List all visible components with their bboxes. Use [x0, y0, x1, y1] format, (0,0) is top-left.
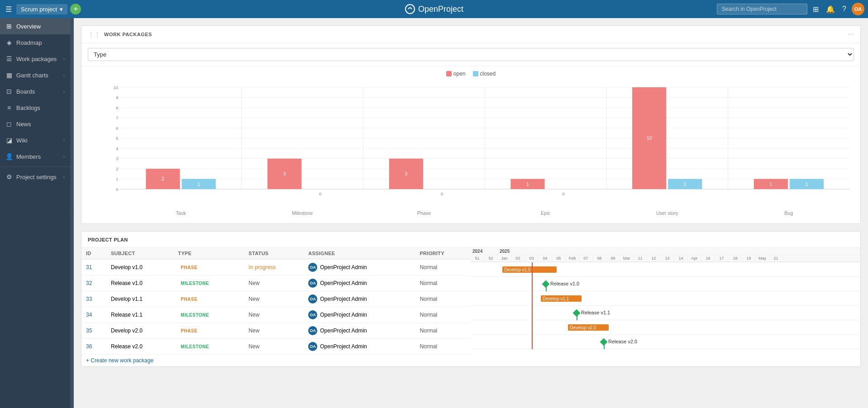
id-link[interactable]: 34 [86, 312, 92, 318]
sidebar-divider [0, 166, 70, 167]
row-type: MILESTONE [173, 339, 244, 355]
plan-table: ID SUBJECT TYPE STATUS ASSIGNEE PRIORITY… [81, 248, 471, 355]
sidebar-item-wiki[interactable]: ◪ Wiki › [0, 132, 70, 148]
sidebar-item-work-packages[interactable]: ☰ Work packages › [0, 51, 70, 67]
wiki-icon: ◪ [5, 137, 13, 144]
row-subject: Develop v1.0 [106, 259, 173, 275]
sidebar-label-gantt-charts: Gantt charts [16, 72, 48, 79]
type-badge: PHASE [178, 327, 200, 334]
top-nav-left: ☰ Scrum project ▾ + [4, 3, 81, 15]
main-layout: ⊞ Overview ◈ Roadmap ☰ Work packages › ▦… [0, 18, 868, 408]
row-subject: Release v1.1 [106, 307, 173, 323]
row-type: MILESTONE [173, 307, 244, 323]
user-avatar[interactable]: OA [852, 3, 864, 15]
bar-chart-area: 01234567891021Task30Milestone30Phase10Ep… [88, 81, 854, 217]
table-row: 35 Develop v2.0 PHASE New OA OpenProject… [81, 323, 471, 339]
app-name: OpenProject [418, 5, 463, 14]
id-link[interactable]: 31 [86, 264, 92, 270]
assignee-avatar: OA [308, 342, 317, 351]
priority-label: Normal [420, 312, 437, 318]
assignee-name: OpenProject Admin [320, 312, 367, 318]
status-badge: In progress [248, 264, 276, 270]
help-button[interactable]: ? [840, 3, 848, 15]
wiki-arrow-icon: › [63, 138, 65, 143]
global-search-input[interactable] [717, 4, 807, 14]
chart-type-select[interactable]: Type [88, 48, 854, 61]
work-packages-arrow-icon: › [63, 57, 65, 62]
svg-text:1: 1 [526, 181, 529, 187]
sidebar-label-work-packages: Work packages [16, 56, 57, 62]
plan-table-header-row: ID SUBJECT TYPE STATUS ASSIGNEE PRIORITY [81, 248, 471, 259]
plan-table-body: 31 Develop v1.0 PHASE In progress OA Ope… [81, 259, 471, 355]
svg-text:4: 4 [116, 146, 119, 151]
gantt-milestone-label: Release v1.0 [550, 281, 579, 286]
table-row: 33 Develop v1.1 PHASE New OA OpenProject… [81, 291, 471, 307]
svg-text:2: 2 [116, 166, 118, 171]
assignee-name: OpenProject Admin [320, 343, 367, 350]
sidebar-item-gantt-charts[interactable]: ▦ Gantt charts › [0, 67, 70, 83]
sidebar-item-roadmap[interactable]: ◈ Roadmap [0, 34, 70, 51]
row-id: 33 [81, 291, 106, 307]
id-link[interactable]: 32 [86, 280, 92, 286]
svg-text:10: 10 [113, 85, 118, 90]
svg-text:0: 0 [441, 191, 444, 196]
row-assignee: OA OpenProject Admin [304, 307, 415, 323]
priority-label: Normal [420, 327, 437, 334]
hamburger-menu-button[interactable]: ☰ [4, 3, 14, 15]
row-status: New [244, 291, 304, 307]
status-badge: New [248, 327, 259, 334]
row-priority: Normal [415, 291, 471, 307]
svg-text:6: 6 [116, 126, 118, 131]
legend-closed-dot [473, 71, 478, 76]
row-priority: Normal [415, 339, 471, 355]
row-priority: Normal [415, 259, 471, 275]
svg-text:User story: User story [656, 210, 679, 216]
assignee-name: OpenProject Admin [320, 296, 367, 302]
add-project-button[interactable]: + [70, 4, 81, 14]
legend-closed: closed [473, 71, 496, 77]
create-work-package-link[interactable]: + Create new work package [81, 355, 158, 366]
id-link[interactable]: 33 [86, 296, 92, 302]
work-packages-header: ⋮⋮ WORK PACKAGES ··· [81, 26, 860, 43]
notifications-button[interactable]: 🔔 [824, 3, 837, 15]
gantt-row: Develop v1.1 [471, 291, 860, 306]
sidebar-item-backlogs[interactable]: ≡ Backlogs [0, 100, 70, 116]
top-nav-right: ⊞ 🔔 ? OA [717, 3, 864, 15]
assignee-name: OpenProject Admin [320, 327, 367, 334]
widget-menu-button[interactable]: ··· [848, 30, 854, 38]
id-link[interactable]: 35 [86, 327, 92, 334]
sidebar-label-backlogs: Backlogs [16, 104, 40, 111]
project-plan-title: PROJECT PLAN [88, 237, 128, 242]
sidebar-label-project-settings: Project settings [16, 174, 57, 180]
sidebar-item-news[interactable]: ◻ News [0, 116, 70, 132]
priority-label: Normal [420, 343, 437, 350]
sidebar-item-boards[interactable]: ⊡ Boards › [0, 83, 70, 100]
svg-text:Bug: Bug [784, 210, 793, 216]
sidebar-item-overview[interactable]: ⊞ Overview [0, 18, 70, 34]
legend-open: open [446, 71, 466, 77]
sidebar-label-boards: Boards [16, 88, 35, 95]
grid-apps-button[interactable]: ⊞ [811, 3, 820, 15]
work-packages-title: WORK PACKAGES [104, 32, 844, 37]
content-area: ⋮⋮ WORK PACKAGES ··· Type open close [74, 18, 868, 408]
sidebar-collapse-handle[interactable] [70, 18, 74, 408]
row-id: 31 [81, 259, 106, 275]
assignee-avatar: OA [308, 326, 317, 335]
gantt-charts-arrow-icon: › [63, 73, 65, 78]
drag-handle-icon[interactable]: ⋮⋮ [88, 31, 100, 38]
gantt-row: Develop v2.0 [471, 320, 860, 335]
svg-text:3: 3 [283, 171, 286, 176]
row-subject: Release v1.0 [106, 275, 173, 291]
row-id: 36 [81, 339, 106, 355]
sidebar-item-members[interactable]: 👤 Members › [0, 148, 70, 165]
assignee-name: OpenProject Admin [320, 280, 367, 286]
id-link[interactable]: 36 [86, 343, 92, 350]
sidebar-label-overview: Overview [16, 23, 41, 30]
members-icon: 👤 [5, 153, 13, 160]
project-plan-header: PROJECT PLAN [81, 232, 860, 248]
news-icon: ◻ [5, 120, 13, 128]
project-selector-button[interactable]: Scrum project ▾ [16, 4, 67, 14]
sidebar-item-project-settings[interactable]: ⚙ Project settings › [0, 169, 70, 185]
assignee-avatar: OA [308, 294, 317, 304]
col-type: TYPE [173, 248, 244, 259]
